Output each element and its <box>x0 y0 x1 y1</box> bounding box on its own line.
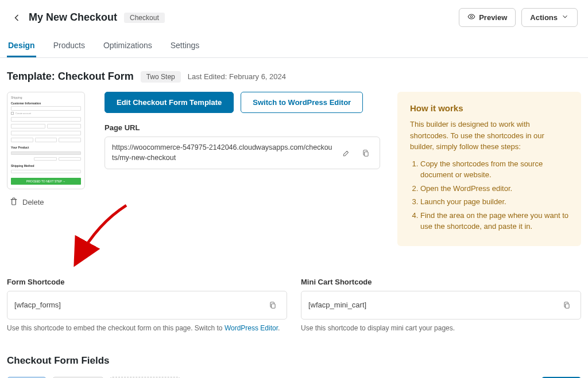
wordpress-editor-link[interactable]: WordPress Editor <box>225 324 278 332</box>
thumb-next: PROCEED TO NEXT STEP → <box>11 178 81 185</box>
form-shortcode-help: Use this shortcode to embed the checkout… <box>7 324 287 332</box>
tab-optimizations[interactable]: Optimizations <box>102 35 153 57</box>
tab-settings[interactable]: Settings <box>169 35 201 57</box>
mini-cart-shortcode-value: [wfacp_mini_cart] <box>308 301 560 309</box>
thumb-yp: Your Product <box>11 146 81 149</box>
svg-rect-1 <box>365 151 368 156</box>
chevron-down-icon <box>561 13 569 22</box>
thumb-ci: Customer Information <box>11 102 81 105</box>
tabs: Design Products Optimizations Settings <box>0 35 588 58</box>
mini-cart-shortcode-help: Use this shortcode to display mini cart … <box>301 324 581 332</box>
copy-url-button[interactable] <box>359 146 373 160</box>
copy-form-shortcode-button[interactable] <box>266 298 280 312</box>
template-thumbnail[interactable]: Shipping Customer Information Create acc… <box>7 92 85 189</box>
tab-products[interactable]: Products <box>52 35 86 57</box>
last-edited: Last Edited: February 6, 2024 <box>188 72 286 81</box>
edit-template-button[interactable]: Edit Checkout Form Template <box>105 92 234 113</box>
mini-cart-shortcode-box: [wfacp_mini_cart] <box>301 291 581 319</box>
actions-button[interactable]: Actions <box>521 8 578 27</box>
page-title: My New Checkout <box>29 11 117 24</box>
two-step-chip: Two Step <box>141 71 181 83</box>
thumb-shipping: Shipping <box>11 96 81 99</box>
form-fields-title: Checkout Form Fields <box>7 355 581 367</box>
back-arrow-icon[interactable] <box>10 11 23 24</box>
delete-label: Delete <box>22 198 44 206</box>
edit-url-button[interactable] <box>339 146 353 160</box>
actions-label: Actions <box>530 13 558 22</box>
page-url-box: https://woocommerce-547975-2142046.cloud… <box>105 137 380 169</box>
svg-rect-3 <box>566 303 569 308</box>
howitworks-step: Launch your page builder. <box>420 196 568 208</box>
preview-button[interactable]: Preview <box>459 8 516 27</box>
how-it-works-panel: How it works This builder is designed to… <box>397 92 581 246</box>
eye-icon <box>467 13 475 22</box>
howitworks-step: Find the area on the page where you want… <box>420 210 568 232</box>
page-url-text: https://woocommerce-547975-2142046.cloud… <box>112 143 334 163</box>
form-shortcode-value: [wfacp_forms] <box>14 301 266 309</box>
svg-rect-2 <box>272 303 275 308</box>
mini-cart-shortcode-label: Mini Cart Shortcode <box>301 278 581 286</box>
delete-template-button[interactable]: Delete <box>7 195 93 209</box>
howitworks-step: Open the WordPress editor. <box>420 183 568 194</box>
trash-icon <box>9 197 18 208</box>
page-url-label: Page URL <box>105 123 380 132</box>
switch-editor-button[interactable]: Switch to WordPress Editor <box>241 92 363 113</box>
form-shortcode-box: [wfacp_forms] <box>7 291 287 319</box>
howitworks-step: Copy the shortcodes from the source docu… <box>420 158 568 181</box>
svg-point-0 <box>470 15 473 18</box>
checkout-badge: Checkout <box>124 13 165 23</box>
tab-design[interactable]: Design <box>7 35 36 57</box>
copy-mini-shortcode-button[interactable] <box>560 298 574 312</box>
template-title: Template: Checkout Form <box>7 71 134 83</box>
preview-label: Preview <box>479 13 507 22</box>
howitworks-desc: This builder is designed to work with sh… <box>410 119 568 153</box>
form-shortcode-label: Form Shortcode <box>7 278 287 286</box>
howitworks-title: How it works <box>410 103 568 113</box>
thumb-sm: Shipping Method <box>11 164 81 167</box>
